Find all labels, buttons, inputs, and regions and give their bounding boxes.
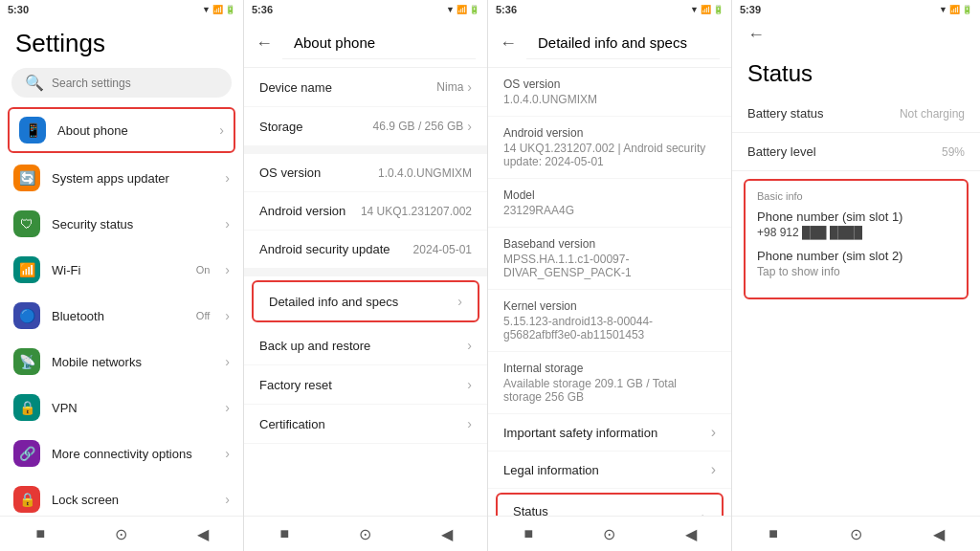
security-update-value: 2024-05-01 bbox=[413, 243, 472, 256]
detailed-info-highlighted[interactable]: Detailed info and specs › bbox=[252, 280, 479, 322]
home-circle-3[interactable]: ⊙ bbox=[598, 522, 621, 545]
sidebar-item-lock-screen[interactable]: 🔒 Lock screen › bbox=[0, 476, 243, 516]
certification-item[interactable]: Certification › bbox=[244, 405, 487, 444]
sim2-label: Phone number (sim slot 2) bbox=[757, 249, 955, 263]
home-button-1[interactable]: ■ bbox=[29, 522, 52, 545]
android-version-value: 14 UKQ1.231207.002 bbox=[361, 205, 472, 218]
detail-kernel-label: Kernel version bbox=[503, 299, 716, 313]
detail-android-version: Android version 14 UKQ1.231207.002 | And… bbox=[488, 117, 731, 179]
status-link[interactable]: Status Phone number, signal, and more › bbox=[498, 495, 722, 516]
back-button-4[interactable]: ← bbox=[747, 25, 765, 44]
lock-screen-icon: 🔒 bbox=[13, 486, 40, 513]
sim2-tap[interactable]: Tap to show info bbox=[757, 265, 955, 278]
important-safety-label: Important safety information bbox=[503, 426, 657, 440]
about-phone-arrow: › bbox=[219, 122, 224, 138]
important-safety-link[interactable]: Important safety information › bbox=[488, 414, 731, 452]
status-icons-3: ▼ 📶 🔋 bbox=[690, 5, 724, 14]
sidebar-item-about-phone[interactable]: 📱 About phone › bbox=[8, 107, 235, 153]
status-highlighted[interactable]: Status Phone number, signal, and more › bbox=[496, 493, 724, 516]
bluetooth-label: Bluetooth bbox=[52, 309, 185, 323]
status-panel: 5:39 ▼ 📶 🔋 ← Status Battery status Not c… bbox=[732, 0, 980, 551]
home-button-3[interactable]: ■ bbox=[517, 522, 540, 545]
status-icons-2: ▼ 📶 🔋 bbox=[446, 5, 479, 14]
back-button-p4[interactable]: ◀ bbox=[927, 522, 950, 545]
connectivity-label: More connectivity options bbox=[52, 447, 213, 461]
status-icons-1: ▼ 📶 🔋 bbox=[202, 5, 235, 14]
back-button-2[interactable]: ← bbox=[256, 33, 273, 54]
battery-status-label: Battery status bbox=[747, 106, 823, 121]
detailed-info-item[interactable]: Detailed info and specs › bbox=[254, 282, 478, 320]
back-button-3[interactable]: ← bbox=[500, 33, 517, 54]
home-circle-2[interactable]: ⊙ bbox=[354, 522, 377, 545]
sidebar-item-bluetooth[interactable]: 🔵 Bluetooth Off › bbox=[0, 293, 243, 339]
legal-info-link[interactable]: Legal information › bbox=[488, 452, 731, 489]
about-phone-content: Device name Nima › Storage 46.9 GB / 256… bbox=[244, 68, 487, 516]
os-version-item: OS version 1.0.4.0.UNGMIXM bbox=[244, 154, 487, 192]
important-safety-arrow: › bbox=[711, 424, 716, 441]
detail-storage-label: Internal storage bbox=[503, 362, 716, 375]
circle-icon-4: ⊙ bbox=[850, 525, 862, 543]
time-2: 5:36 bbox=[252, 4, 273, 15]
bottom-nav-4: ■ ⊙ ◀ bbox=[732, 516, 980, 551]
back-button-p3[interactable]: ◀ bbox=[679, 522, 702, 545]
sidebar-item-connectivity[interactable]: 🔗 More connectivity options › bbox=[0, 430, 243, 476]
back-icon-4: ◀ bbox=[933, 525, 945, 543]
back-row-4: ← bbox=[732, 19, 980, 51]
storage-item[interactable]: Storage 46.9 GB / 256 GB › bbox=[244, 107, 487, 146]
detail-model: Model 23129RAA4G bbox=[488, 179, 731, 228]
bottom-nav-1: ■ ⊙ ◀ bbox=[0, 516, 243, 551]
detail-storage-value: Available storage 209.1 GB / Total stora… bbox=[503, 377, 716, 404]
home-circle-1[interactable]: ⊙ bbox=[110, 522, 133, 545]
time-1: 5:30 bbox=[8, 4, 29, 15]
time-4: 5:39 bbox=[740, 4, 761, 15]
home-button-2[interactable]: ■ bbox=[273, 522, 296, 545]
detail-kernel-value: 5.15.123-android13-8-00044-g5682afbff3e0… bbox=[503, 315, 716, 342]
battery-level-value: 59% bbox=[942, 145, 965, 159]
sim1-label: Phone number (sim slot 1) bbox=[757, 209, 955, 224]
search-bar[interactable]: 🔍 bbox=[11, 68, 232, 98]
status-link-label: Status bbox=[513, 504, 665, 516]
home-circle-4[interactable]: ⊙ bbox=[844, 522, 867, 545]
sidebar-item-wifi[interactable]: 📶 Wi-Fi On › bbox=[0, 247, 243, 293]
detail-os-value: 1.0.4.0.UNGMIXM bbox=[503, 93, 716, 106]
battery-level-row: Battery level 59% bbox=[732, 133, 980, 171]
battery-level-label: Battery level bbox=[747, 144, 816, 159]
sidebar-item-vpn[interactable]: 🔒 VPN › bbox=[0, 385, 243, 430]
bottom-nav-2: ■ ⊙ ◀ bbox=[244, 516, 487, 551]
security-icon: 🛡 bbox=[13, 210, 40, 237]
status-title: Status bbox=[732, 51, 980, 95]
system-apps-label: System apps updater bbox=[52, 171, 213, 186]
device-name-item[interactable]: Device name Nima › bbox=[244, 68, 487, 107]
sim1-value: +98 912 ███ ████ bbox=[757, 226, 955, 239]
security-update-label: Android security update bbox=[259, 242, 390, 256]
basic-info-title: Basic info bbox=[757, 190, 955, 202]
storage-value: 46.9 GB / 256 GB bbox=[373, 120, 464, 133]
sidebar-item-system-apps[interactable]: 🔄 System apps updater › bbox=[0, 155, 243, 201]
back-button-1[interactable]: ◀ bbox=[191, 522, 214, 545]
wifi-icon: 📶 bbox=[13, 256, 40, 283]
search-input[interactable] bbox=[52, 77, 218, 90]
security-update-item: Android security update 2024-05-01 bbox=[244, 231, 487, 269]
backup-item[interactable]: Back up and restore › bbox=[244, 326, 487, 365]
circle-icon-2: ⊙ bbox=[359, 525, 371, 543]
status-bar-3: 5:36 ▼ 📶 🔋 bbox=[488, 0, 731, 19]
home-button-4[interactable]: ■ bbox=[762, 522, 785, 545]
factory-reset-item[interactable]: Factory reset › bbox=[244, 365, 487, 405]
battery-status-row: Battery status Not charging bbox=[732, 95, 980, 133]
circle-icon-3: ⊙ bbox=[603, 525, 615, 543]
legal-info-arrow: › bbox=[711, 461, 716, 478]
sim1-entry: Phone number (sim slot 1) +98 912 ███ ██… bbox=[757, 209, 955, 239]
basic-info-box: Basic info Phone number (sim slot 1) +98… bbox=[744, 179, 969, 299]
divider-2 bbox=[244, 269, 487, 276]
about-phone-title: About phone bbox=[282, 27, 476, 59]
system-apps-icon: 🔄 bbox=[13, 165, 40, 191]
backup-arrow: › bbox=[467, 338, 472, 353]
lock-screen-label: Lock screen bbox=[52, 493, 213, 507]
about-phone-panel: 5:36 ▼ 📶 🔋 ← About phone Device name Nim… bbox=[244, 0, 488, 551]
sidebar-item-mobile-networks[interactable]: 📡 Mobile networks › bbox=[0, 339, 243, 385]
back-button-p2[interactable]: ◀ bbox=[435, 522, 458, 545]
sidebar-item-security[interactable]: 🛡 Security status › bbox=[0, 201, 243, 247]
factory-reset-arrow: › bbox=[467, 377, 472, 392]
status-link-arrow: › bbox=[702, 509, 706, 517]
detailed-info-label: Detailed info and specs bbox=[269, 295, 398, 309]
